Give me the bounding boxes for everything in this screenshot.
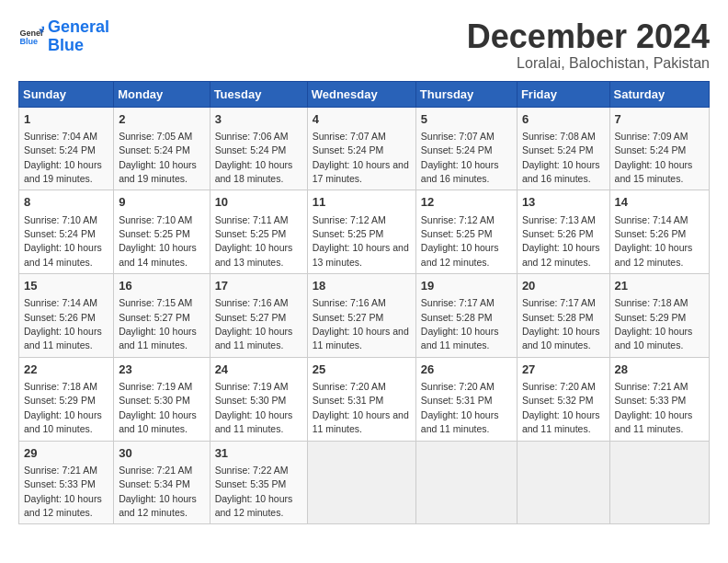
day-info: Sunrise: 7:18 AMSunset: 5:29 PMDaylight:… [615, 297, 693, 350]
day-cell-14: 14Sunrise: 7:14 AMSunset: 5:26 PMDayligh… [609, 190, 709, 274]
empty-cell [517, 441, 609, 524]
day-number: 5 [421, 111, 512, 128]
day-number: 19 [421, 278, 512, 294]
day-number: 27 [522, 362, 605, 378]
calendar-table: SundayMondayTuesdayWednesdayThursdayFrid… [18, 81, 710, 525]
day-number: 31 [215, 445, 302, 462]
day-number: 30 [119, 445, 204, 462]
day-cell-18: 18Sunrise: 7:16 AMSunset: 5:27 PMDayligh… [307, 274, 415, 358]
day-info: Sunrise: 7:14 AMSunset: 5:26 PMDaylight:… [24, 297, 102, 350]
day-number: 8 [24, 194, 108, 211]
day-info: Sunrise: 7:10 AMSunset: 5:24 PMDaylight:… [24, 214, 102, 268]
day-info: Sunrise: 7:08 AMSunset: 5:24 PMDaylight:… [522, 131, 600, 184]
day-number: 29 [24, 445, 108, 462]
day-cell-4: 4Sunrise: 7:07 AMSunset: 5:24 PMDaylight… [307, 107, 415, 190]
empty-cell [609, 441, 709, 524]
day-cell-17: 17Sunrise: 7:16 AMSunset: 5:27 PMDayligh… [210, 274, 307, 358]
day-cell-25: 25Sunrise: 7:20 AMSunset: 5:31 PMDayligh… [307, 357, 415, 441]
header-tuesday: Tuesday [210, 81, 307, 107]
day-number: 4 [313, 111, 411, 128]
day-number: 26 [421, 362, 512, 378]
day-info: Sunrise: 7:20 AMSunset: 5:31 PMDaylight:… [421, 381, 499, 434]
day-info: Sunrise: 7:18 AMSunset: 5:29 PMDaylight:… [24, 381, 102, 434]
calendar-week-2: 8Sunrise: 7:10 AMSunset: 5:24 PMDaylight… [19, 190, 710, 274]
day-info: Sunrise: 7:21 AMSunset: 5:33 PMDaylight:… [615, 381, 693, 434]
day-number: 25 [313, 362, 411, 378]
day-cell-6: 6Sunrise: 7:08 AMSunset: 5:24 PMDaylight… [517, 107, 609, 190]
day-info: Sunrise: 7:05 AMSunset: 5:24 PMDaylight:… [119, 131, 197, 184]
empty-cell [307, 441, 415, 524]
calendar-header-row: SundayMondayTuesdayWednesdayThursdayFrid… [19, 81, 710, 107]
day-cell-8: 8Sunrise: 7:10 AMSunset: 5:24 PMDaylight… [19, 190, 114, 274]
day-cell-23: 23Sunrise: 7:19 AMSunset: 5:30 PMDayligh… [114, 357, 210, 441]
day-info: Sunrise: 7:20 AMSunset: 5:31 PMDaylight:… [313, 381, 409, 434]
calendar-week-1: 1Sunrise: 7:04 AMSunset: 5:24 PMDaylight… [19, 107, 710, 190]
day-number: 1 [24, 111, 108, 128]
day-number: 15 [24, 278, 108, 294]
day-number: 11 [313, 194, 411, 211]
day-cell-21: 21Sunrise: 7:18 AMSunset: 5:29 PMDayligh… [609, 274, 709, 358]
day-cell-20: 20Sunrise: 7:17 AMSunset: 5:28 PMDayligh… [517, 274, 609, 358]
header-saturday: Saturday [609, 81, 709, 107]
day-cell-28: 28Sunrise: 7:21 AMSunset: 5:33 PMDayligh… [609, 357, 709, 441]
day-number: 22 [24, 362, 108, 378]
day-cell-3: 3Sunrise: 7:06 AMSunset: 5:24 PMDaylight… [210, 107, 307, 190]
day-cell-30: 30Sunrise: 7:21 AMSunset: 5:34 PMDayligh… [114, 441, 210, 524]
day-info: Sunrise: 7:22 AMSunset: 5:35 PMDaylight:… [215, 465, 293, 518]
day-cell-22: 22Sunrise: 7:18 AMSunset: 5:29 PMDayligh… [19, 357, 114, 441]
day-info: Sunrise: 7:20 AMSunset: 5:32 PMDaylight:… [522, 381, 600, 434]
calendar-week-4: 22Sunrise: 7:18 AMSunset: 5:29 PMDayligh… [19, 357, 710, 441]
day-number: 9 [119, 194, 204, 211]
header-monday: Monday [114, 81, 210, 107]
day-cell-13: 13Sunrise: 7:13 AMSunset: 5:26 PMDayligh… [517, 190, 609, 274]
location-subtitle: Loralai, Balochistan, Pakistan [467, 55, 710, 72]
day-cell-16: 16Sunrise: 7:15 AMSunset: 5:27 PMDayligh… [114, 274, 210, 358]
title-area: December 2024 Loralai, Balochistan, Paki… [467, 18, 710, 72]
day-info: Sunrise: 7:06 AMSunset: 5:24 PMDaylight:… [215, 131, 293, 184]
day-cell-2: 2Sunrise: 7:05 AMSunset: 5:24 PMDaylight… [114, 107, 210, 190]
day-cell-9: 9Sunrise: 7:10 AMSunset: 5:25 PMDaylight… [114, 190, 210, 274]
day-info: Sunrise: 7:19 AMSunset: 5:30 PMDaylight:… [119, 381, 197, 434]
svg-text:Blue: Blue [19, 37, 38, 46]
header-sunday: Sunday [19, 81, 114, 107]
day-cell-19: 19Sunrise: 7:17 AMSunset: 5:28 PMDayligh… [415, 274, 517, 358]
day-number: 20 [522, 278, 605, 294]
day-info: Sunrise: 7:04 AMSunset: 5:24 PMDaylight:… [24, 131, 102, 184]
calendar-week-5: 29Sunrise: 7:21 AMSunset: 5:33 PMDayligh… [19, 441, 710, 524]
day-number: 17 [215, 278, 302, 294]
day-number: 6 [522, 111, 605, 128]
day-number: 10 [215, 194, 302, 211]
month-title: December 2024 [467, 18, 710, 55]
day-cell-15: 15Sunrise: 7:14 AMSunset: 5:26 PMDayligh… [19, 274, 114, 358]
day-cell-29: 29Sunrise: 7:21 AMSunset: 5:33 PMDayligh… [19, 441, 114, 524]
day-cell-11: 11Sunrise: 7:12 AMSunset: 5:25 PMDayligh… [307, 190, 415, 274]
day-info: Sunrise: 7:17 AMSunset: 5:28 PMDaylight:… [522, 297, 600, 350]
day-cell-24: 24Sunrise: 7:19 AMSunset: 5:30 PMDayligh… [210, 357, 307, 441]
day-cell-7: 7Sunrise: 7:09 AMSunset: 5:24 PMDaylight… [609, 107, 709, 190]
day-info: Sunrise: 7:16 AMSunset: 5:27 PMDaylight:… [215, 297, 293, 350]
page-header: General Blue General Blue December 2024 … [18, 18, 710, 72]
day-info: Sunrise: 7:12 AMSunset: 5:25 PMDaylight:… [313, 214, 409, 268]
day-number: 24 [215, 362, 302, 378]
logo-text: General Blue [48, 18, 109, 55]
day-info: Sunrise: 7:21 AMSunset: 5:33 PMDaylight:… [24, 465, 102, 518]
day-number: 18 [313, 278, 411, 294]
day-info: Sunrise: 7:16 AMSunset: 5:27 PMDaylight:… [313, 297, 409, 350]
day-info: Sunrise: 7:07 AMSunset: 5:24 PMDaylight:… [313, 131, 409, 184]
day-cell-27: 27Sunrise: 7:20 AMSunset: 5:32 PMDayligh… [517, 357, 609, 441]
day-info: Sunrise: 7:17 AMSunset: 5:28 PMDaylight:… [421, 297, 499, 350]
day-number: 28 [615, 362, 704, 378]
header-thursday: Thursday [415, 81, 517, 107]
day-number: 7 [615, 111, 704, 128]
day-info: Sunrise: 7:12 AMSunset: 5:25 PMDaylight:… [421, 214, 499, 268]
day-number: 2 [119, 111, 204, 128]
day-cell-10: 10Sunrise: 7:11 AMSunset: 5:25 PMDayligh… [210, 190, 307, 274]
day-info: Sunrise: 7:07 AMSunset: 5:24 PMDaylight:… [421, 131, 499, 184]
day-number: 16 [119, 278, 204, 294]
empty-cell [415, 441, 517, 524]
logo: General Blue General Blue [18, 18, 109, 55]
day-cell-12: 12Sunrise: 7:12 AMSunset: 5:25 PMDayligh… [415, 190, 517, 274]
calendar-body: 1Sunrise: 7:04 AMSunset: 5:24 PMDaylight… [19, 107, 710, 524]
calendar-week-3: 15Sunrise: 7:14 AMSunset: 5:26 PMDayligh… [19, 274, 710, 358]
day-info: Sunrise: 7:14 AMSunset: 5:26 PMDaylight:… [615, 214, 693, 268]
